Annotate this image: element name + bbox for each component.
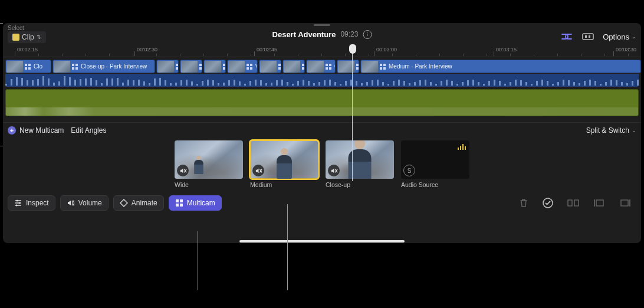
svg-rect-13 bbox=[176, 67, 178, 70]
svg-point-49 bbox=[16, 205, 18, 207]
edit-angles-button[interactable]: Edit Angles bbox=[71, 126, 106, 135]
solo-icon: S bbox=[403, 165, 415, 176]
clip-thumbnail bbox=[157, 61, 174, 73]
checkmark-circle-icon[interactable] bbox=[542, 197, 554, 209]
mute-icon bbox=[328, 165, 340, 176]
svg-rect-11 bbox=[176, 64, 178, 66]
clip-label: Cl bbox=[333, 63, 336, 70]
timeline-clip[interactable] bbox=[180, 60, 202, 73]
timeline-clip[interactable] bbox=[203, 60, 226, 73]
multicam-icon bbox=[356, 64, 359, 70]
trash-icon[interactable] bbox=[518, 198, 529, 208]
timeline-clip[interactable]: Close-up - Park Interview bbox=[52, 60, 155, 73]
svg-rect-56 bbox=[574, 200, 579, 206]
timeline-clip[interactable] bbox=[259, 60, 281, 73]
callout-line bbox=[0, 146, 3, 146]
split-clip-icon[interactable] bbox=[567, 198, 580, 208]
animate-button[interactable]: Animate bbox=[113, 195, 164, 211]
svg-rect-55 bbox=[568, 200, 572, 206]
bottom-toolbar: Inspect Volume Animate Multicam bbox=[3, 192, 641, 214]
svg-rect-43 bbox=[380, 64, 382, 66]
volume-label: Volume bbox=[78, 199, 102, 207]
timeline-clip[interactable]: Medium - Park Interview bbox=[360, 60, 641, 73]
clip-thumbnail bbox=[205, 61, 221, 73]
svg-rect-6 bbox=[28, 67, 31, 70]
project-title: Desert Adventure bbox=[272, 30, 336, 39]
options-menu[interactable]: Options ⌄ bbox=[603, 32, 636, 41]
angle-closeup[interactable]: Close-up bbox=[326, 140, 394, 188]
angle-thumbnail bbox=[326, 140, 394, 179]
volume-button[interactable]: Volume bbox=[60, 195, 109, 211]
svg-point-47 bbox=[17, 200, 18, 202]
clip-thumbnail bbox=[284, 61, 300, 73]
project-duration: 09:23 bbox=[340, 30, 358, 38]
timeline[interactable]: 00:02:1500:02:3000:02:4500:03:0000:03:15… bbox=[3, 45, 641, 116]
multicam-button[interactable]: Multicam bbox=[169, 195, 222, 211]
clip-thumbnail bbox=[362, 61, 378, 73]
svg-rect-46 bbox=[383, 67, 386, 70]
svg-rect-38 bbox=[329, 67, 331, 70]
split-switch-menu[interactable]: Split & Switch ⌄ bbox=[586, 126, 636, 135]
multicam-icon bbox=[222, 64, 226, 70]
clip-label: W bbox=[254, 63, 257, 70]
playhead[interactable] bbox=[352, 45, 353, 181]
svg-point-48 bbox=[19, 202, 21, 204]
angle-audio[interactable]: SAudio Source bbox=[401, 140, 469, 188]
chevron-down-icon: ⌄ bbox=[632, 127, 636, 133]
chevron-updown-icon: ⇅ bbox=[37, 34, 41, 40]
trim-end-icon[interactable] bbox=[619, 198, 632, 208]
angle-wide[interactable]: Wide bbox=[175, 140, 243, 188]
svg-rect-44 bbox=[383, 64, 386, 66]
timeline-scrub-bar[interactable] bbox=[239, 240, 405, 243]
solo-clip-icon[interactable] bbox=[581, 31, 594, 42]
timeline-clip[interactable]: Cl bbox=[306, 60, 336, 73]
header-bar: Select Clip ⇅ Desert Adventure 09:23 i O… bbox=[3, 23, 641, 45]
svg-rect-24 bbox=[250, 64, 252, 66]
svg-rect-50 bbox=[176, 199, 179, 202]
inspect-button[interactable]: Inspect bbox=[8, 195, 55, 211]
trim-start-icon[interactable] bbox=[593, 198, 606, 208]
svg-rect-8 bbox=[75, 64, 78, 66]
angles-row: WideMediumClose-upSAudio Source bbox=[3, 138, 641, 192]
new-multicam-button[interactable]: + New Multicam bbox=[8, 126, 64, 135]
svg-rect-53 bbox=[180, 204, 183, 207]
multicam-icon bbox=[246, 64, 253, 70]
info-icon[interactable]: i bbox=[363, 30, 372, 39]
clip-color-swatch bbox=[12, 34, 19, 41]
timeline-ruler[interactable]: 00:02:1500:02:3000:02:4500:03:0000:03:15… bbox=[3, 45, 641, 57]
inspect-label: Inspect bbox=[26, 199, 49, 207]
timeline-clip[interactable] bbox=[156, 60, 179, 73]
callout-line bbox=[198, 231, 198, 290]
angle-label: Medium bbox=[250, 181, 318, 188]
clip-thumbnail bbox=[6, 61, 23, 73]
svg-rect-10 bbox=[75, 67, 78, 70]
angle-label: Close-up bbox=[326, 181, 394, 188]
svg-rect-2 bbox=[589, 35, 590, 38]
svg-rect-25 bbox=[247, 67, 249, 70]
timeline-clip[interactable]: W bbox=[227, 60, 258, 73]
timeline-clip[interactable] bbox=[337, 60, 359, 73]
clip-select-dropdown[interactable]: Clip ⇅ bbox=[8, 31, 46, 43]
mute-icon bbox=[252, 165, 264, 176]
svg-rect-19 bbox=[223, 64, 225, 66]
playhead-knob[interactable] bbox=[349, 44, 356, 54]
angle-label: Audio Source bbox=[401, 181, 469, 188]
svg-rect-35 bbox=[326, 64, 328, 66]
ruler-tick-label: 00:02:15 bbox=[17, 47, 38, 53]
timeline-clip[interactable]: Clo bbox=[5, 60, 51, 73]
svg-rect-17 bbox=[199, 67, 202, 70]
svg-rect-33 bbox=[302, 67, 304, 70]
multicam-icon bbox=[301, 64, 305, 70]
multicam-icon bbox=[175, 64, 179, 70]
audio-track[interactable] bbox=[5, 89, 639, 116]
svg-rect-45 bbox=[380, 67, 382, 70]
ruler-tick-label: 00:03:15 bbox=[496, 47, 517, 53]
clips-track[interactable]: CloClose-up - Park InterviewWClMedium - … bbox=[3, 60, 641, 74]
new-multicam-label: New Multicam bbox=[19, 126, 64, 135]
chevron-down-icon: ⌄ bbox=[632, 34, 636, 40]
angle-thumbnail bbox=[250, 140, 318, 179]
multicam-icon bbox=[278, 64, 281, 70]
angle-medium[interactable]: Medium bbox=[250, 140, 318, 188]
magnetic-timeline-icon[interactable] bbox=[560, 31, 573, 42]
timeline-clip[interactable] bbox=[282, 60, 305, 73]
